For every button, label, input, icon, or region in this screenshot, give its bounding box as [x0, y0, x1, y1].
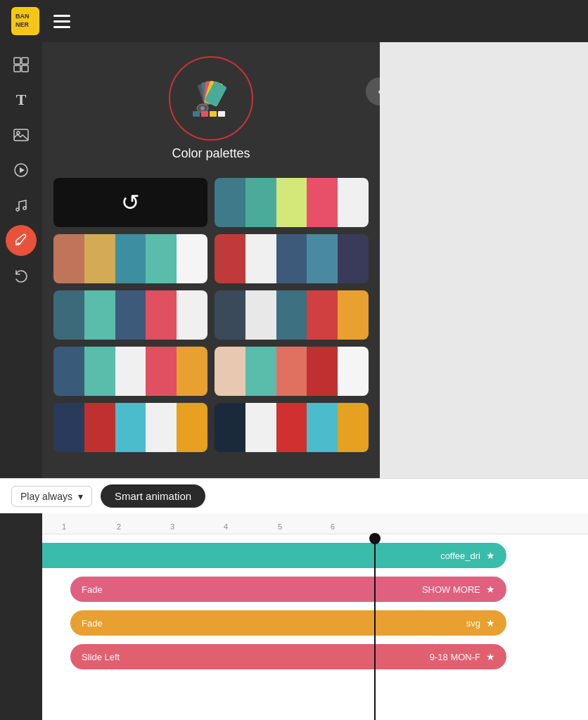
playhead-dot [369, 533, 381, 544]
palette-swatch-7[interactable] [215, 347, 369, 396]
track-row-3: Fade svg ★ [0, 608, 588, 638]
panel-title: Color palettes [172, 146, 250, 161]
sidebar-item-play[interactable] [6, 155, 37, 186]
track-row-4: Slide Left 9-18 MON-F ★ [0, 641, 588, 672]
play-always-label: Play always [20, 491, 72, 502]
ruler-label-1: 1 [62, 522, 66, 531]
timeline-ruler: 0 sec 1 2 3 4 5 6 [0, 513, 588, 534]
svg-rect-22 [201, 111, 208, 117]
svg-point-13 [17, 243, 20, 245]
track-row-2: Fade SHOW MORE ★ [0, 574, 588, 605]
svg-rect-23 [210, 111, 217, 117]
palette-header: Color palettes [42, 42, 380, 178]
track4-label: Slide Left [82, 652, 120, 662]
track4-star: ★ [486, 651, 495, 662]
palette-swatch-3[interactable] [215, 234, 369, 283]
svg-point-20 [200, 106, 205, 110]
palette-reset-button[interactable]: ↺ [53, 178, 207, 227]
palette-swatch-2[interactable] [53, 234, 207, 283]
track2-name: SHOW MORE [422, 584, 480, 595]
palette-swatch-8[interactable] [53, 403, 207, 452]
track3-name: svg [466, 618, 480, 629]
smart-animation-button[interactable]: Smart animation [101, 484, 205, 508]
palette-icon [188, 76, 234, 121]
palette-grid: ↺ [42, 178, 380, 463]
sidebar-item-brush[interactable] [6, 225, 37, 256]
svg-rect-6 [22, 65, 28, 72]
top-bar: BAN NER [0, 0, 588, 42]
track1-name: coffee_dri [440, 551, 480, 561]
palette-swatch-9[interactable] [215, 403, 369, 452]
track1-star: ★ [486, 550, 495, 561]
timeline-tracks: Fade coffee_dri ★ Fade SHOW MORE ★ [0, 534, 588, 672]
track3-label: Fade [82, 618, 103, 629]
timeline-playhead[interactable] [374, 534, 376, 720]
palette-icon-wrapper [169, 56, 253, 141]
bottom-controls: Play always ▾ Smart animation [0, 478, 588, 513]
track-bar-4[interactable]: Slide Left 9-18 MON-F ★ [70, 644, 506, 669]
palette-swatch-1[interactable] [215, 178, 369, 227]
color-palettes-panel: ‹ [42, 42, 380, 478]
svg-rect-5 [14, 65, 20, 72]
ruler-label-4: 4 [224, 522, 228, 531]
sidebar-item-grid[interactable] [6, 49, 37, 80]
palette-swatch-6[interactable] [53, 347, 207, 396]
canvas-area [380, 42, 588, 478]
svg-point-11 [16, 208, 19, 211]
reset-icon: ↺ [121, 189, 140, 216]
svg-rect-21 [193, 111, 200, 117]
track2-label: Fade [82, 584, 103, 595]
svg-text:NER: NER [15, 21, 30, 28]
svg-point-12 [23, 207, 26, 210]
track-bar-3[interactable]: Fade svg ★ [70, 610, 506, 636]
chevron-left-icon: ‹ [378, 85, 380, 98]
ruler-label-3: 3 [170, 522, 174, 531]
ruler-label-6: 6 [331, 522, 335, 531]
svg-rect-4 [22, 58, 28, 64]
ruler-label-2: 2 [117, 522, 121, 531]
logo: BAN NER [11, 7, 39, 35]
track4-name: 9-18 MON-F [430, 652, 480, 662]
hamburger-menu[interactable] [53, 15, 70, 28]
sidebar-item-image[interactable] [6, 120, 37, 150]
svg-rect-3 [14, 58, 20, 64]
left-sidebar: T [0, 42, 42, 720]
track3-star: ★ [486, 617, 495, 629]
track-row-1: Fade coffee_dri ★ [0, 540, 588, 571]
svg-text:BAN: BAN [15, 13, 30, 20]
track2-star: ★ [486, 584, 495, 595]
chevron-down-icon: ▾ [78, 491, 83, 502]
track-bar-2[interactable]: Fade SHOW MORE ★ [70, 577, 506, 602]
play-always-dropdown[interactable]: Play always ▾ [11, 486, 92, 507]
sidebar-item-text[interactable]: T [6, 84, 37, 115]
ruler-label-5: 5 [278, 522, 282, 531]
sidebar-item-music[interactable] [6, 190, 37, 221]
svg-rect-24 [218, 111, 225, 117]
sidebar-item-undo[interactable] [6, 260, 37, 291]
track-bar-1[interactable]: Fade coffee_dri ★ [7, 543, 506, 568]
svg-marker-10 [20, 167, 25, 173]
palette-swatch-5[interactable] [215, 290, 369, 340]
timeline-area: 0 sec 1 2 3 4 5 6 Fade coffee_dri ★ [0, 513, 588, 720]
palette-swatch-4[interactable] [53, 290, 207, 340]
